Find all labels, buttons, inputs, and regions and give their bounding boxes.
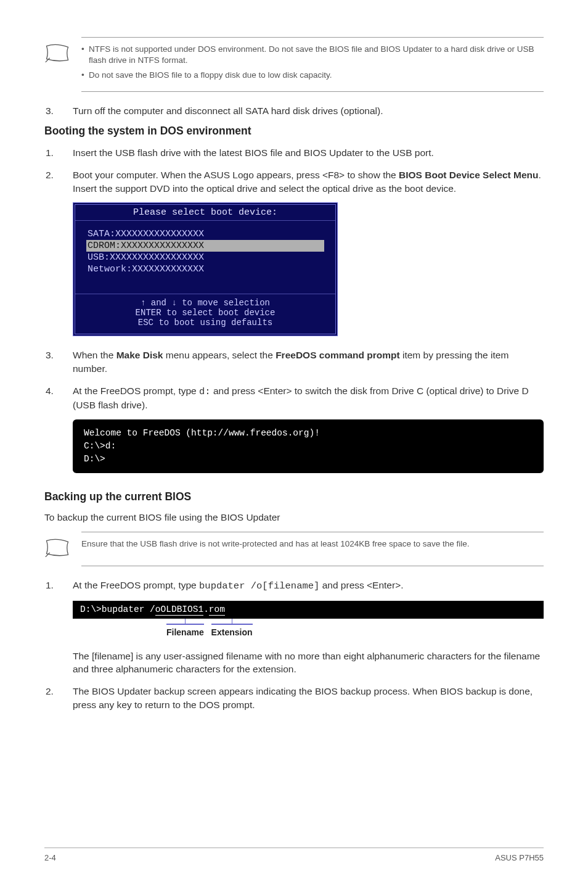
step-text-part: When the <box>73 350 116 360</box>
step-number: 1. <box>46 146 71 160</box>
note-block-write-protect: Ensure that the USB flash drive is not w… <box>81 532 544 566</box>
boot-device-menu: Please select boot device: SATA:XXXXXXXX… <box>73 202 338 336</box>
note-list: NTFS is not supported under DOS environm… <box>81 44 544 85</box>
step-text: Insert the USB flash drive with the late… <box>73 146 434 160</box>
section-subtext: To backup the current BIOS file using th… <box>44 511 544 524</box>
boot-item-selected: CDROM:XXXXXXXXXXXXXXX <box>86 240 324 252</box>
numbered-step: 1. At the FreeDOS prompt, type bupdater … <box>44 577 405 595</box>
term-text: D:\>bupdater / <box>80 604 155 614</box>
section-heading-boot: Booting the system in DOS environment <box>44 125 544 138</box>
boot-foot-line: ENTER to select boot device <box>75 308 335 318</box>
step-bold: Make Disk <box>116 350 163 360</box>
annotation-filename: Filename <box>166 624 204 637</box>
numbered-step: 1. Insert the USB flash drive with the l… <box>44 145 435 161</box>
boot-menu-footer: ↑ and ↓ to move selection ENTER to selec… <box>75 294 335 334</box>
step-bold: FreeDOS command prompt <box>276 350 400 360</box>
numbered-step: 2. The BIOS Updater backup screen appear… <box>44 683 544 712</box>
term-extension: rom <box>209 604 225 616</box>
step-text-part: At the FreeDOS prompt, type <box>73 580 199 590</box>
step-text: Boot your computer. When the ASUS Logo a… <box>73 168 542 195</box>
term-filename: oOLDBIOS1 <box>155 604 203 616</box>
numbered-step-body: The [filename] is any user-assigned file… <box>44 648 544 677</box>
section-heading-backup: Backing up the current BIOS <box>44 490 544 503</box>
step-number: 2. <box>46 685 71 711</box>
page-number: 2-4 <box>44 853 56 862</box>
boot-menu-list: SATA:XXXXXXXXXXXXXXXX CDROM:XXXXXXXXXXXX… <box>75 221 335 294</box>
product-name: ASUS P7H55 <box>495 853 544 862</box>
note-block-ntfs: NTFS is not supported under DOS environm… <box>81 37 544 92</box>
step-text: When the Make Disk menu appears, select … <box>73 349 542 375</box>
annotation-extension: Extension <box>211 624 253 637</box>
step-text-part: At the FreeDOS prompt, type <box>73 386 199 396</box>
boot-foot-line: ↑ and ↓ to move selection <box>75 298 335 308</box>
step-text-part: and press <Enter>. <box>319 580 403 590</box>
note-bullet: NTFS is not supported under DOS environm… <box>81 44 544 66</box>
step-number: 3. <box>46 104 71 118</box>
note-text: Ensure that the USB flash drive is not w… <box>81 538 470 550</box>
step-text: At the FreeDOS prompt, type bupdater /o[… <box>73 579 404 593</box>
numbered-step: 2. Boot your computer. When the ASUS Log… <box>44 167 544 196</box>
note-icon <box>44 538 70 559</box>
step-number: 4. <box>46 384 71 412</box>
step-text-part: Boot your computer. When the ASUS Logo a… <box>73 170 399 180</box>
boot-item: USB:XXXXXXXXXXXXXXXXX <box>86 252 324 263</box>
terminal-freedos: Welcome to FreeDOS (http://www.freedos.o… <box>73 419 544 473</box>
note-bullet: Do not save the BIOS file to a floppy di… <box>81 70 544 81</box>
boot-menu-title: Please select boot device: <box>75 205 335 221</box>
step-text: The BIOS Updater backup screen appears i… <box>73 685 542 711</box>
inline-code: d: <box>199 386 211 397</box>
numbered-step: 3. When the Make Disk menu appears, sele… <box>44 347 544 376</box>
boot-item: Network:XXXXXXXXXXXXX <box>86 263 324 275</box>
numbered-step: 4. At the FreeDOS prompt, type d: and pr… <box>44 383 544 413</box>
terminal-bupdater: D:\>bupdater /oOLDBIOS1.rom <box>73 601 544 619</box>
boot-foot-line: ESC to boot using defaults <box>75 318 335 328</box>
step-number: 1. <box>46 579 71 593</box>
step-text: At the FreeDOS prompt, type d: and press… <box>73 384 542 412</box>
annotation-row: Filename Extension <box>73 620 544 637</box>
step-number: 3. <box>46 349 71 375</box>
inline-code: bupdater /o[filename] <box>199 580 319 592</box>
step-number: 2. <box>46 168 71 195</box>
note-icon <box>44 44 70 65</box>
page-footer: 2-4 ASUS P7H55 <box>44 848 544 862</box>
step-text: The [filename] is any user-assigned file… <box>73 650 542 676</box>
boot-item: SATA:XXXXXXXXXXXXXXXX <box>86 228 324 240</box>
numbered-step: 3. Turn off the computer and disconnect … <box>44 103 384 119</box>
step-text-part: menu appears, select the <box>163 350 276 360</box>
term-text: . <box>203 604 209 614</box>
step-text: Turn off the computer and disconnect all… <box>73 104 383 118</box>
step-bold: BIOS Boot Device Select Menu <box>399 170 539 180</box>
